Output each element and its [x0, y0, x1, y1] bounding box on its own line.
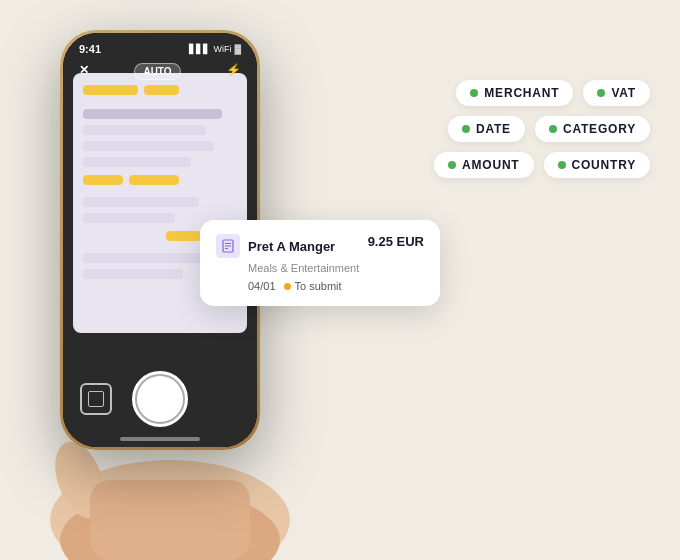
tag-label: COUNTRY [572, 158, 637, 172]
tag-dot [462, 125, 470, 133]
signal-icon: ▋▋▋ [189, 44, 210, 54]
tags-container: MERCHANT VAT DATE CATEGORY AMOUNT [434, 80, 650, 178]
receipt-line-light-4 [83, 197, 199, 207]
tags-row-3: AMOUNT COUNTRY [434, 152, 650, 178]
tag-dot [448, 161, 456, 169]
receipt-line-yellow-1 [83, 85, 138, 95]
svg-rect-11 [90, 480, 250, 560]
tag-label: AMOUNT [462, 158, 519, 172]
receipt-line-yellow-4 [129, 175, 179, 185]
tag-category: CATEGORY [535, 116, 650, 142]
tags-row-1: MERCHANT VAT [434, 80, 650, 106]
receipt-line-yellow-5 [166, 231, 201, 241]
tag-dot [597, 89, 605, 97]
battery-icon: ▓ [234, 44, 241, 54]
close-button[interactable]: ✕ [79, 63, 89, 80]
status-icons: ▋▋▋ WiFi ▓ [189, 44, 241, 54]
receipt-line-yellow-2 [144, 85, 179, 95]
status-pill: To submit [284, 280, 342, 292]
wifi-icon: WiFi [213, 44, 231, 54]
home-indicator [120, 437, 200, 441]
receipt-line-light-1 [83, 125, 206, 135]
receipt-svg-icon [221, 239, 235, 253]
camera-controls [63, 371, 257, 427]
status-text: To submit [295, 280, 342, 292]
tag-label: VAT [611, 86, 636, 100]
receipt-header [83, 85, 237, 101]
auto-mode-badge[interactable]: AUTO [134, 63, 180, 80]
receipt-line-light-6 [83, 253, 219, 263]
tag-date: DATE [448, 116, 525, 142]
receipt-meta: 04/01 To submit [216, 280, 424, 292]
status-dot [284, 283, 291, 290]
receipt-card-top: Pret A Manger 9.25 EUR [216, 234, 424, 258]
tag-label: DATE [476, 122, 511, 136]
receipt-line-light-2 [83, 141, 214, 151]
receipt-merchant-row: Pret A Manger [216, 234, 335, 258]
merchant-name: Pret A Manger [248, 239, 335, 254]
tag-country: COUNTRY [544, 152, 651, 178]
tag-dot [549, 125, 557, 133]
gallery-button[interactable] [80, 383, 112, 415]
tag-label: MERCHANT [484, 86, 559, 100]
receipt-card: Pret A Manger 9.25 EUR Meals & Entertain… [200, 220, 440, 306]
receipt-line-light-3 [83, 157, 191, 167]
camera-top-controls: ✕ AUTO ⚡ [63, 63, 257, 80]
tag-vat: VAT [583, 80, 650, 106]
receipt-line-light-7 [83, 269, 183, 279]
scene: MERCHANT VAT DATE CATEGORY AMOUNT [0, 0, 680, 560]
receipt-line-light-5 [83, 213, 175, 223]
status-time: 9:41 [79, 43, 101, 55]
status-bar: 9:41 ▋▋▋ WiFi ▓ [63, 33, 257, 59]
receipt-date: 04/01 [248, 280, 276, 292]
tag-amount: AMOUNT [434, 152, 533, 178]
receipt-category: Meals & Entertainment [216, 262, 424, 274]
shutter-button[interactable] [132, 371, 188, 427]
tag-merchant: MERCHANT [456, 80, 573, 106]
tags-row-2: DATE CATEGORY [434, 116, 650, 142]
tag-dot [558, 161, 566, 169]
receipt-line-yellow-3 [83, 175, 123, 185]
receipt-amount: 9.25 EUR [368, 234, 424, 249]
receipt-icon [216, 234, 240, 258]
tag-dot [470, 89, 478, 97]
flash-icon[interactable]: ⚡ [226, 63, 241, 80]
tag-label: CATEGORY [563, 122, 636, 136]
receipt-line-gray-1 [83, 109, 222, 119]
